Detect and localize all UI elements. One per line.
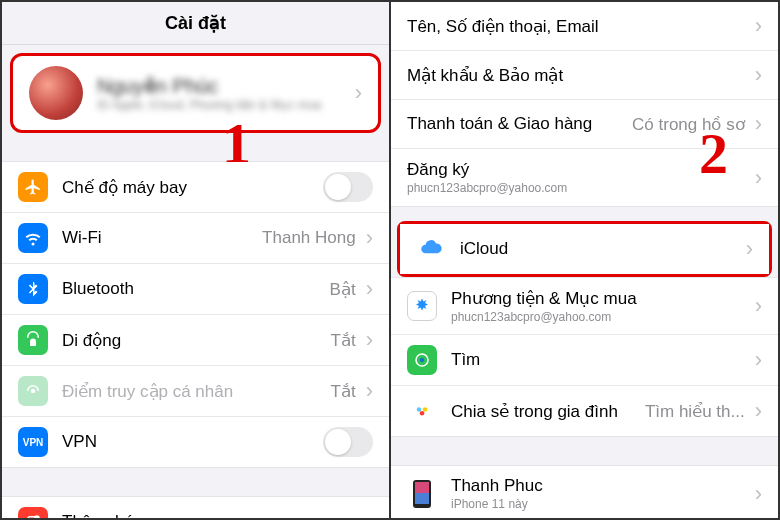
- chevron-right-icon: ›: [366, 327, 373, 353]
- chevron-right-icon: ›: [755, 293, 762, 319]
- airplane-mode-row[interactable]: Chế độ máy bay: [2, 162, 389, 213]
- wifi-icon: [18, 223, 48, 253]
- row-sub: iPhone 11 này: [451, 497, 749, 511]
- airplane-icon: [18, 172, 48, 202]
- payment-shipping-row[interactable]: Thanh toán & Giao hàng Có trong hồ sơ ›: [391, 100, 778, 149]
- row-label: Thông báo: [62, 512, 360, 518]
- row-label: Chế độ máy bay: [62, 177, 323, 198]
- chevron-right-icon: ›: [366, 378, 373, 404]
- media-purchases-row[interactable]: Phương tiện & Mục mua phucn123abcpro@yah…: [391, 277, 778, 335]
- icloud-row[interactable]: iCloud ›: [400, 224, 769, 274]
- row-label: Tìm: [451, 350, 749, 370]
- row-label: Di động: [62, 330, 331, 351]
- settings-screen-2: Tên, Số điện thoại, Email › Mật khẩu & B…: [391, 2, 778, 518]
- page-title: Cài đặt: [2, 2, 389, 45]
- profile-text: Nguyễn Phúc ID Apple, iCloud, Phương tiệ…: [97, 74, 349, 112]
- svg-point-0: [31, 389, 36, 394]
- profile-sub: ID Apple, iCloud, Phương tiện & Mục mua: [97, 98, 349, 112]
- chevron-right-icon: ›: [755, 13, 762, 39]
- appstore-icon: [407, 291, 437, 321]
- chevron-right-icon: ›: [755, 62, 762, 88]
- row-label: Tên, Số điện thoại, Email: [407, 16, 749, 37]
- chevron-right-icon: ›: [366, 509, 373, 518]
- row-label: Bluetooth: [62, 279, 330, 299]
- family-sharing-row[interactable]: Chia sẻ trong gia đình Tìm hiểu th... ›: [391, 386, 778, 437]
- notifications-row[interactable]: Thông báo ›: [2, 497, 389, 518]
- chevron-right-icon: ›: [746, 236, 753, 262]
- row-label: Điểm truy cập cá nhân: [62, 381, 331, 402]
- notifications-icon: [18, 507, 48, 518]
- chevron-right-icon: ›: [355, 80, 362, 106]
- chevron-right-icon: ›: [755, 347, 762, 373]
- name-phone-email-row[interactable]: Tên, Số điện thoại, Email ›: [391, 2, 778, 51]
- find-my-row[interactable]: Tìm ›: [391, 335, 778, 386]
- row-label: Chia sẻ trong gia đình: [451, 401, 645, 422]
- wifi-row[interactable]: Wi-Fi Thanh Hong ›: [2, 213, 389, 264]
- row-detail: Bật: [330, 279, 356, 300]
- row-sub: phucn123abcpro@yahoo.com: [451, 310, 749, 324]
- row-label: Đăng ký: [407, 160, 749, 180]
- row-label: Mật khẩu & Bảo mật: [407, 65, 749, 86]
- row-label: Thanh Phuc: [451, 476, 749, 496]
- row-detail: Tắt: [331, 381, 356, 402]
- chevron-right-icon: ›: [755, 481, 762, 507]
- vpn-toggle[interactable]: [323, 427, 373, 457]
- find-my-icon: [407, 345, 437, 375]
- row-detail: Tắt: [331, 330, 356, 351]
- profile-row[interactable]: Nguyễn Phúc ID Apple, iCloud, Phương tiệ…: [10, 53, 381, 133]
- airplane-toggle[interactable]: [323, 172, 373, 202]
- hotspot-row[interactable]: Điểm truy cập cá nhân Tắt ›: [2, 366, 389, 417]
- row-detail: Tìm hiểu th...: [645, 401, 745, 422]
- vpn-icon: VPN: [18, 427, 48, 457]
- chevron-right-icon: ›: [366, 276, 373, 302]
- profile-name: Nguyễn Phúc: [97, 74, 349, 98]
- row-detail: Thanh Hong: [262, 228, 356, 248]
- iphone-icon: [407, 479, 437, 509]
- svg-point-2: [34, 515, 40, 518]
- svg-point-4: [420, 358, 425, 363]
- device-row-iphone[interactable]: Thanh Phuc iPhone 11 này ›: [391, 466, 778, 518]
- svg-point-6: [423, 407, 428, 412]
- avatar: [29, 66, 83, 120]
- hotspot-icon: [18, 376, 48, 406]
- svg-rect-10: [415, 482, 429, 493]
- chevron-right-icon: ›: [755, 165, 762, 191]
- password-security-row[interactable]: Mật khẩu & Bảo mật ›: [391, 51, 778, 100]
- row-detail: Có trong hồ sơ: [632, 114, 745, 135]
- subscriptions-row[interactable]: Đăng ký phucn123abcpro@yahoo.com ›: [391, 149, 778, 206]
- row-label: Thanh toán & Giao hàng: [407, 114, 632, 134]
- chevron-right-icon: ›: [755, 111, 762, 137]
- cellular-row[interactable]: Di động Tắt ›: [2, 315, 389, 366]
- family-icon: [407, 396, 437, 426]
- row-label: Wi-Fi: [62, 228, 262, 248]
- vpn-row[interactable]: VPN VPN: [2, 417, 389, 467]
- row-label: iCloud: [460, 239, 740, 259]
- row-label: VPN: [62, 432, 323, 452]
- chevron-right-icon: ›: [366, 225, 373, 251]
- bluetooth-icon: [18, 274, 48, 304]
- icloud-highlight: iCloud ›: [397, 221, 772, 277]
- row-label: Phương tiện & Mục mua: [451, 288, 749, 309]
- row-sub: phucn123abcpro@yahoo.com: [407, 181, 749, 195]
- settings-screen-1: Cài đặt Nguyễn Phúc ID Apple, iCloud, Ph…: [2, 2, 389, 518]
- cloud-icon: [416, 234, 446, 264]
- bluetooth-row[interactable]: Bluetooth Bật ›: [2, 264, 389, 315]
- chevron-right-icon: ›: [755, 398, 762, 424]
- svg-point-5: [417, 407, 422, 412]
- svg-point-7: [420, 411, 425, 416]
- cellular-icon: [18, 325, 48, 355]
